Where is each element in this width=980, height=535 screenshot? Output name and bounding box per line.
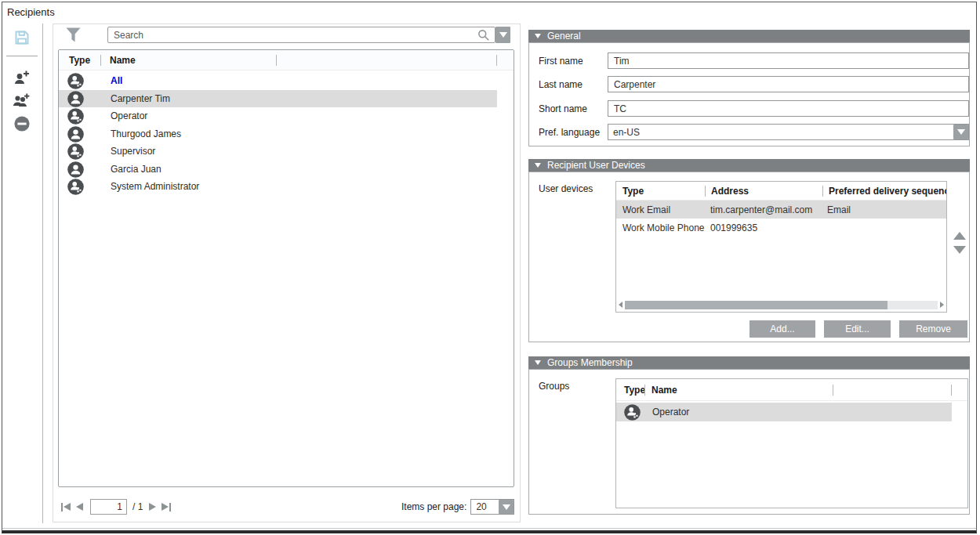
delete-button[interactable]	[13, 114, 31, 133]
collapse-icon	[535, 34, 541, 38]
column-header-type[interactable]: Type	[616, 385, 644, 396]
items-per-page-label: Items per page:	[401, 501, 466, 512]
list-item-operator[interactable]: Operator	[59, 107, 497, 125]
first-name-label: First name	[539, 56, 583, 67]
column-divider[interactable]	[276, 55, 277, 66]
move-down-icon[interactable]	[953, 246, 966, 254]
list-item-all[interactable]: All	[59, 72, 497, 90]
last-page-icon	[162, 503, 169, 511]
page-title: Recipients	[7, 6, 55, 18]
list-item-garcia-juan[interactable]: Garcia Juan	[59, 161, 497, 179]
move-up-icon[interactable]	[953, 232, 966, 240]
add-person-icon	[13, 69, 31, 86]
scroll-left-icon[interactable]	[619, 302, 622, 308]
previous-page-button[interactable]	[75, 502, 84, 512]
section-header-devices[interactable]: Recipient User Devices	[528, 159, 970, 172]
search-options-button[interactable]	[495, 27, 510, 43]
last-name-field[interactable]	[608, 76, 969, 92]
column-header-address[interactable]: Address	[706, 186, 822, 197]
group-icon	[67, 108, 84, 125]
section-title: General	[547, 31, 581, 42]
groups-label: Groups	[539, 381, 569, 392]
list-item-system-administrator[interactable]: System Administrator	[59, 178, 497, 196]
recipient-list: Type Name All Carpenter Tim Operator Thu…	[58, 49, 514, 487]
section-header-general[interactable]: General	[528, 30, 970, 42]
group-icon	[67, 179, 84, 195]
filter-button[interactable]	[65, 26, 82, 45]
first-page-button[interactable]	[60, 502, 71, 512]
edit-device-button[interactable]: Edit...	[824, 320, 891, 338]
recipient-rows: All Carpenter Tim Operator Thurgood Jame…	[59, 72, 514, 196]
section-general: First name Last name Short name Pref. la…	[528, 42, 970, 146]
short-name-field[interactable]	[608, 100, 969, 117]
add-group-icon	[13, 92, 31, 109]
pagination: / 1	[60, 499, 172, 515]
horizontal-scrollbar[interactable]	[619, 300, 944, 309]
column-header-type[interactable]: Type	[616, 186, 705, 197]
dropdown-icon	[499, 32, 507, 38]
column-divider[interactable]	[833, 385, 833, 396]
last-page-button[interactable]	[161, 502, 172, 512]
add-recipient-button[interactable]	[13, 68, 31, 87]
window-bottom-line	[2, 528, 976, 529]
page-count-label: / 1	[132, 501, 143, 512]
column-divider[interactable]	[496, 55, 497, 66]
user-icon	[67, 161, 84, 178]
section-title: Recipient User Devices	[547, 160, 645, 171]
group-row-operator[interactable]: Operator	[616, 403, 952, 421]
user-icon	[67, 91, 84, 107]
devices-buttons: Add... Edit... Remove	[529, 320, 969, 338]
devices-table: Type Address Preferred delivery sequence…	[615, 181, 947, 313]
group-icon	[67, 73, 84, 89]
next-page-button[interactable]	[148, 502, 157, 512]
column-header-preferred-delivery[interactable]: Preferred delivery sequence	[823, 186, 946, 197]
save-button[interactable]	[13, 28, 31, 47]
section-groups: Groups Type Name Operator	[528, 369, 970, 515]
groups-table: Type Name Operator	[615, 378, 968, 508]
dropdown-icon	[957, 129, 965, 135]
column-header-type[interactable]: Type	[59, 55, 100, 66]
device-row-work-mobile-phone[interactable]: Work Mobile Phone 001999635	[616, 219, 946, 237]
next-page-icon	[149, 503, 156, 511]
pref-language-select[interactable]: en-US	[608, 124, 969, 140]
items-per-page-dropdown-button[interactable]	[499, 500, 514, 514]
first-name-field[interactable]	[608, 52, 969, 69]
list-item-supervisor[interactable]: Supervisor	[59, 143, 497, 161]
recipient-list-header: Type Name	[59, 50, 514, 70]
column-header-name[interactable]: Name	[101, 55, 276, 66]
list-item-thurgood-james[interactable]: Thurgood James	[59, 125, 497, 143]
items-per-page: Items per page: 20	[401, 499, 514, 515]
scroll-right-icon[interactable]	[940, 302, 944, 308]
list-item-carpenter-tim[interactable]: Carpenter Tim	[59, 90, 497, 108]
toolbar-separator	[42, 23, 43, 523]
groups-table-header: Type Name	[616, 379, 967, 401]
scrollbar-thumb[interactable]	[625, 301, 887, 309]
collapse-icon	[535, 360, 541, 365]
scrollbar-track[interactable]	[625, 301, 938, 309]
search-input[interactable]	[107, 27, 495, 43]
column-divider[interactable]	[951, 385, 952, 396]
column-header-name[interactable]: Name	[645, 385, 833, 396]
dropdown-icon	[503, 504, 510, 510]
pref-language-label: Pref. language	[539, 127, 600, 138]
previous-page-icon	[76, 503, 83, 511]
first-page-icon	[61, 503, 63, 512]
remove-device-button[interactable]: Remove	[899, 320, 967, 338]
items-per-page-select[interactable]: 20	[470, 499, 514, 515]
page-number-input[interactable]	[90, 499, 127, 515]
reorder-controls	[953, 232, 966, 254]
devices-table-header: Type Address Preferred delivery sequence	[616, 182, 946, 201]
filter-icon	[65, 26, 82, 44]
pref-language-dropdown-button[interactable]	[953, 125, 968, 139]
user-devices-label: User devices	[539, 183, 593, 194]
section-header-groups[interactable]: Groups Membership	[528, 356, 970, 369]
user-icon	[67, 126, 84, 143]
last-name-label: Last name	[539, 79, 583, 90]
group-icon	[67, 143, 84, 160]
add-device-button[interactable]: Add...	[750, 320, 815, 338]
short-name-label: Short name	[539, 103, 587, 114]
add-group-button[interactable]	[12, 91, 31, 110]
device-row-work-email[interactable]: Work Email tim.carpenter@mail.com Email	[616, 201, 946, 219]
section-title: Groups Membership	[547, 357, 633, 368]
save-icon	[13, 29, 31, 46]
